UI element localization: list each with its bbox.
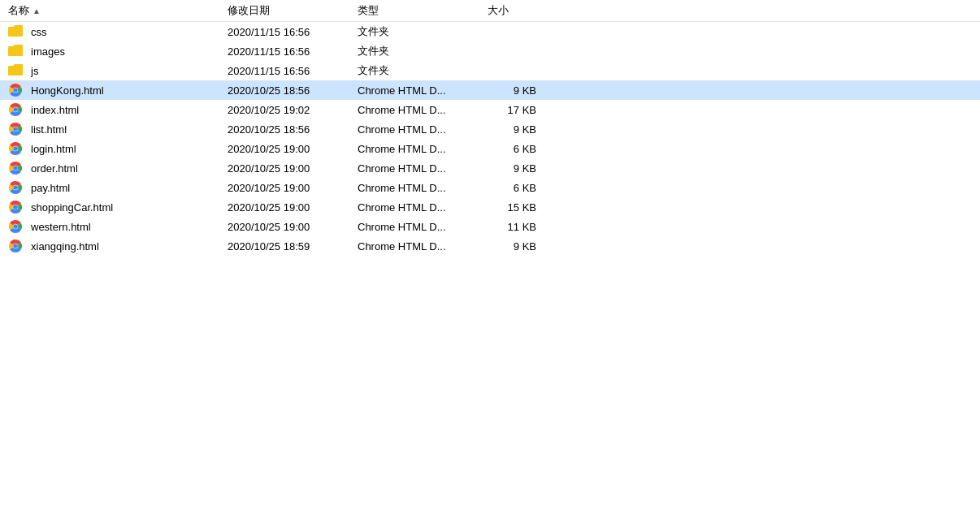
- file-type: Chrome HTML D...: [358, 221, 488, 233]
- file-row[interactable]: shoppingCar.html2020/10/25 19:00Chrome H…: [0, 197, 980, 217]
- file-size: 9 KB: [488, 162, 553, 175]
- svg-point-14: [13, 146, 18, 151]
- file-row[interactable]: login.html2020/10/25 19:00Chrome HTML D.…: [0, 139, 980, 158]
- name-column: HongKong.html: [8, 83, 228, 97]
- file-date: 2020/10/25 19:00: [228, 143, 358, 155]
- svg-rect-2: [8, 67, 23, 76]
- svg-point-8: [13, 107, 18, 112]
- file-type: Chrome HTML D...: [358, 182, 488, 194]
- file-name: HongKong.html: [31, 84, 228, 97]
- file-date: 2020/10/25 19:02: [228, 104, 358, 116]
- file-row[interactable]: order.html2020/10/25 19:00Chrome HTML D.…: [0, 158, 980, 178]
- chrome-icon: [8, 161, 23, 175]
- file-name: order.html: [31, 162, 228, 175]
- file-row[interactable]: pay.html2020/10/25 19:00Chrome HTML D...…: [0, 178, 980, 197]
- file-name: xiangqing.html: [31, 240, 228, 252]
- table-header: 名称 ▲ 修改日期 类型 大小: [0, 0, 980, 22]
- col-name-label: 名称: [8, 3, 29, 18]
- svg-rect-0: [8, 28, 23, 37]
- file-list: css2020/11/15 16:56文件夹 images2020/11/15 …: [0, 22, 980, 256]
- file-size: 9 KB: [488, 84, 553, 97]
- col-type-header[interactable]: 类型: [358, 3, 488, 18]
- svg-point-26: [13, 224, 18, 229]
- file-type: Chrome HTML D...: [358, 84, 488, 97]
- file-row[interactable]: xiangqing.html2020/10/25 18:59Chrome HTM…: [0, 236, 980, 256]
- file-name: login.html: [31, 143, 228, 155]
- svg-rect-1: [8, 47, 23, 56]
- file-date: 2020/10/25 19:00: [228, 201, 358, 214]
- file-row[interactable]: western.html2020/10/25 19:00Chrome HTML …: [0, 217, 980, 236]
- file-row[interactable]: css2020/11/15 16:56文件夹: [0, 22, 980, 41]
- svg-point-11: [13, 127, 18, 132]
- name-column: shoppingCar.html: [8, 200, 228, 214]
- svg-point-29: [13, 244, 18, 248]
- name-column: western.html: [8, 219, 228, 234]
- file-type: 文件夹: [358, 44, 488, 58]
- file-row[interactable]: HongKong.html2020/10/25 18:56Chrome HTML…: [0, 80, 980, 100]
- folder-icon: [8, 24, 23, 39]
- name-column: js: [8, 63, 228, 78]
- file-type: Chrome HTML D...: [358, 104, 488, 116]
- col-date-header[interactable]: 修改日期: [228, 3, 358, 18]
- file-name: images: [31, 45, 228, 58]
- col-name-header[interactable]: 名称 ▲: [8, 3, 228, 18]
- file-date: 2020/11/15 16:56: [228, 26, 358, 38]
- file-size: 9 KB: [488, 240, 553, 252]
- file-type: Chrome HTML D...: [358, 201, 488, 214]
- file-date: 2020/10/25 18:56: [228, 84, 358, 97]
- folder-icon: [8, 44, 23, 58]
- folder-icon: [8, 63, 23, 78]
- col-size-header[interactable]: 大小: [488, 3, 553, 18]
- file-size: 15 KB: [488, 201, 553, 214]
- file-size: 6 KB: [488, 182, 553, 194]
- name-column: index.html: [8, 102, 228, 117]
- sort-arrow-icon: ▲: [33, 6, 41, 15]
- file-name: shoppingCar.html: [31, 201, 228, 214]
- svg-point-20: [13, 185, 18, 190]
- file-date: 2020/10/25 19:00: [228, 162, 358, 175]
- file-row[interactable]: index.html2020/10/25 19:02Chrome HTML D.…: [0, 100, 980, 119]
- file-name: index.html: [31, 104, 228, 116]
- file-row[interactable]: js2020/11/15 16:56文件夹: [0, 61, 980, 80]
- file-row[interactable]: images2020/11/15 16:56文件夹: [0, 41, 980, 61]
- chrome-icon: [8, 180, 23, 195]
- file-date: 2020/10/25 19:00: [228, 182, 358, 194]
- name-column: pay.html: [8, 180, 228, 195]
- file-date: 2020/11/15 16:56: [228, 45, 358, 58]
- file-date: 2020/11/15 16:56: [228, 65, 358, 77]
- file-type: 文件夹: [358, 24, 488, 39]
- name-column: xiangqing.html: [8, 239, 228, 253]
- chrome-icon: [8, 83, 23, 97]
- file-row[interactable]: list.html2020/10/25 18:56Chrome HTML D..…: [0, 119, 980, 139]
- svg-point-23: [13, 205, 18, 209]
- chrome-icon: [8, 102, 23, 117]
- file-type: 文件夹: [358, 63, 488, 78]
- file-name: css: [31, 26, 228, 38]
- file-type: Chrome HTML D...: [358, 240, 488, 252]
- chrome-icon: [8, 122, 23, 136]
- name-column: images: [8, 44, 228, 58]
- svg-point-5: [13, 88, 18, 93]
- name-column: login.html: [8, 141, 228, 156]
- name-column: order.html: [8, 161, 228, 175]
- file-type: Chrome HTML D...: [358, 143, 488, 155]
- chrome-icon: [8, 141, 23, 156]
- file-name: js: [31, 65, 228, 77]
- file-date: 2020/10/25 19:00: [228, 221, 358, 233]
- chrome-icon: [8, 219, 23, 234]
- file-type: Chrome HTML D...: [358, 162, 488, 175]
- file-name: pay.html: [31, 182, 228, 194]
- file-type: Chrome HTML D...: [358, 123, 488, 136]
- file-size: 11 KB: [488, 221, 553, 233]
- chrome-icon: [8, 239, 23, 253]
- file-date: 2020/10/25 18:59: [228, 240, 358, 252]
- file-size: 9 KB: [488, 123, 553, 136]
- file-size: 17 KB: [488, 104, 553, 116]
- file-name: list.html: [31, 123, 228, 136]
- chrome-icon: [8, 200, 23, 214]
- file-name: western.html: [31, 221, 228, 233]
- name-column: css: [8, 24, 228, 39]
- file-explorer: 名称 ▲ 修改日期 类型 大小 css2020/11/15 16:56文件夹 i…: [0, 0, 980, 505]
- file-size: 6 KB: [488, 143, 553, 155]
- svg-point-17: [13, 166, 18, 170]
